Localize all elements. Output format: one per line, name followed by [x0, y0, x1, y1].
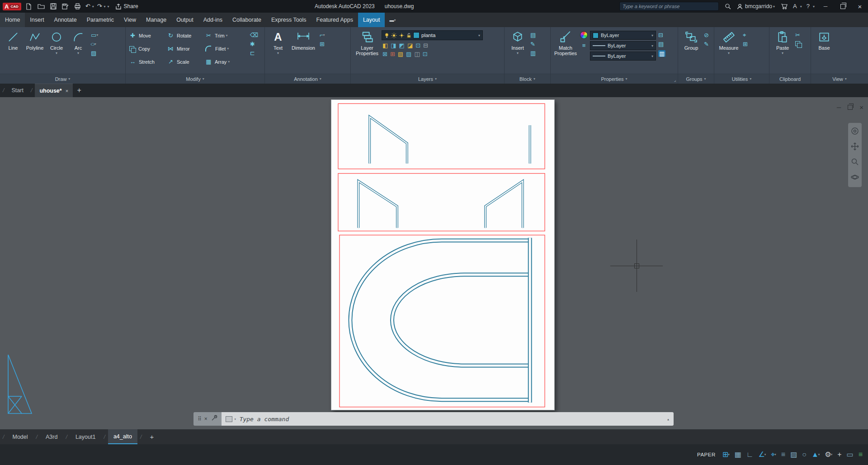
- line-button[interactable]: Line: [3, 29, 24, 74]
- tab-a3rd[interactable]: A3rd: [40, 429, 63, 444]
- help-icon[interactable]: ?: [807, 3, 810, 9]
- insert-button[interactable]: Insert ▾: [507, 29, 528, 74]
- ortho-icon[interactable]: ∟: [746, 451, 754, 458]
- tab-insert[interactable]: Insert: [25, 13, 49, 27]
- stretch-button[interactable]: ↔Stretch: [128, 58, 166, 65]
- paper-space-toggle[interactable]: PAPER: [697, 452, 716, 457]
- properties-tool-button[interactable]: ⊟: [658, 32, 665, 38]
- layer-unlock-icon[interactable]: ▧: [398, 51, 403, 57]
- redo-dropdown-icon[interactable]: ▾: [104, 5, 106, 9]
- circle-dropdown-icon[interactable]: ▾: [56, 52, 57, 54]
- lineweight-dropdown[interactable]: ByLayer ▾: [590, 52, 656, 61]
- panel-label-annotation[interactable]: Annotation▾: [265, 74, 350, 84]
- grid-icon[interactable]: ▦: [735, 451, 741, 458]
- help-dropdown-icon[interactable]: ▾: [813, 5, 815, 9]
- array-button[interactable]: ▦Array▾: [204, 58, 248, 65]
- polar-tracking-icon[interactable]: ∠▾: [758, 451, 766, 458]
- layer-match-icon[interactable]: ⊡: [415, 42, 420, 49]
- layer-walk-icon[interactable]: ⊡: [423, 51, 428, 57]
- edit-attributes-button[interactable]: ▤: [530, 32, 536, 38]
- group-edit-button[interactable]: ✎: [704, 41, 709, 47]
- arc-dropdown-icon[interactable]: ▾: [77, 52, 79, 54]
- restore-button[interactable]: [836, 0, 849, 13]
- measure-dropdown-icon[interactable]: ▾: [728, 52, 730, 54]
- viewport-3[interactable]: [340, 235, 545, 407]
- tab-annotate[interactable]: Annotate: [49, 13, 82, 27]
- minimize-button[interactable]: ─: [819, 0, 832, 13]
- autocad-logo-icon[interactable]: ACAD: [3, 3, 21, 10]
- command-recent-dropdown-icon[interactable]: ▾: [234, 417, 236, 421]
- layer-unsaved-icon[interactable]: ⊟: [423, 42, 428, 49]
- qat-dropdown-icon[interactable]: ▾: [108, 5, 109, 9]
- ellipse-button[interactable]: ○▾: [91, 41, 98, 47]
- layer-lock-tool-icon[interactable]: ◪: [407, 42, 413, 49]
- copy-button[interactable]: Copy: [128, 46, 166, 52]
- file-tab-close-icon[interactable]: ×: [66, 88, 68, 94]
- tab-express-tools[interactable]: Express Tools: [266, 13, 311, 27]
- circle-button[interactable]: Circle ▾: [46, 29, 67, 74]
- trim-button[interactable]: ✂Trim▾: [204, 32, 248, 39]
- base-button[interactable]: Base: [814, 29, 835, 74]
- insert-dropdown-icon[interactable]: ▾: [517, 52, 519, 54]
- color-wheel-icon[interactable]: [580, 31, 588, 39]
- layer-dropdown[interactable]: planta ▾: [382, 30, 483, 40]
- orbit-icon[interactable]: [851, 173, 859, 183]
- transparency-icon[interactable]: ▨: [790, 451, 797, 458]
- rectangle-button[interactable]: ▭▾: [91, 32, 98, 38]
- drawing-close-icon[interactable]: ×: [859, 103, 863, 111]
- layer-current-icon[interactable]: ▨: [406, 51, 411, 57]
- hatch-button[interactable]: ▨: [91, 50, 98, 56]
- annotation-scale-icon[interactable]: ▲▾: [811, 451, 820, 458]
- account-menu[interactable]: bmcgarrido ▾: [737, 3, 775, 9]
- create-block-button[interactable]: ✎: [530, 41, 536, 47]
- panel-label-utilities[interactable]: Utilities▾: [714, 74, 769, 84]
- undo-dropdown-icon[interactable]: ▾: [92, 5, 94, 9]
- zoom-icon[interactable]: [851, 158, 859, 168]
- tab-output[interactable]: Output: [171, 13, 198, 27]
- list-active-button[interactable]: ▥: [658, 50, 665, 57]
- close-button[interactable]: ×: [854, 0, 866, 13]
- graphics-performance-icon[interactable]: ≡: [859, 451, 863, 458]
- layer-off-icon[interactable]: ◧: [382, 42, 388, 49]
- panel-label-groups[interactable]: Groups▾: [678, 74, 714, 84]
- share-button[interactable]: Share: [115, 3, 138, 9]
- command-grip-icon[interactable]: ⠿: [198, 416, 201, 422]
- search-input[interactable]: [623, 4, 716, 9]
- ribbon-display-toggle[interactable]: ▬ ▾: [385, 13, 400, 27]
- panel-label-properties[interactable]: Properties▾ ⌟: [551, 74, 678, 84]
- layer-thaw-icon[interactable]: ⊞: [390, 51, 395, 57]
- quick-calc-button[interactable]: ⊞: [743, 41, 748, 47]
- panel-label-layers[interactable]: Layers▾: [351, 74, 504, 84]
- layer-previous-icon[interactable]: ◫: [414, 51, 420, 57]
- lineweight-icon[interactable]: ≡: [781, 451, 785, 458]
- pan-icon[interactable]: [851, 142, 859, 152]
- text-button[interactable]: A Text ▾: [268, 29, 288, 74]
- panel-label-modify[interactable]: Modify▾: [126, 74, 264, 84]
- copy-clip-button[interactable]: [795, 41, 802, 46]
- table-button[interactable]: ⊞: [320, 41, 325, 47]
- layer-on-all-icon[interactable]: ⊠: [382, 51, 387, 57]
- ungroup-button[interactable]: ⊘: [704, 32, 709, 38]
- mirror-button[interactable]: ⋈Mirror: [166, 45, 204, 52]
- command-customize-icon[interactable]: [211, 415, 217, 423]
- paste-dropdown-icon[interactable]: ▾: [782, 52, 783, 54]
- command-history-icon[interactable]: ▴: [667, 417, 670, 422]
- drawing-area[interactable]: ─ ×: [0, 97, 868, 429]
- text-dropdown-icon[interactable]: ▾: [277, 52, 279, 54]
- file-tab-start[interactable]: Start: [7, 84, 28, 97]
- layer-isolate-icon[interactable]: ◨: [391, 42, 396, 49]
- tab-add-ins[interactable]: Add-ins: [198, 13, 227, 27]
- erase-button[interactable]: ⌫: [250, 32, 258, 38]
- command-input[interactable]: ▾ Type a command ▴: [222, 412, 674, 426]
- app-dropdown-icon[interactable]: ▾: [800, 5, 802, 9]
- scale-button[interactable]: ↗Scale: [166, 58, 204, 65]
- tab-model[interactable]: Model: [7, 429, 33, 444]
- match-properties-button[interactable]: Match Properties: [553, 29, 578, 74]
- cut-button[interactable]: ✂: [795, 32, 802, 38]
- layer-properties-button[interactable]: Layer Properties: [354, 29, 381, 74]
- tab-featured-apps[interactable]: Featured Apps: [311, 13, 358, 27]
- tab-home[interactable]: Home: [0, 13, 25, 27]
- tab-layout1[interactable]: Layout1: [70, 429, 101, 444]
- leader-button[interactable]: ⌐▾: [320, 32, 325, 38]
- drawing-restore-icon[interactable]: [848, 105, 853, 110]
